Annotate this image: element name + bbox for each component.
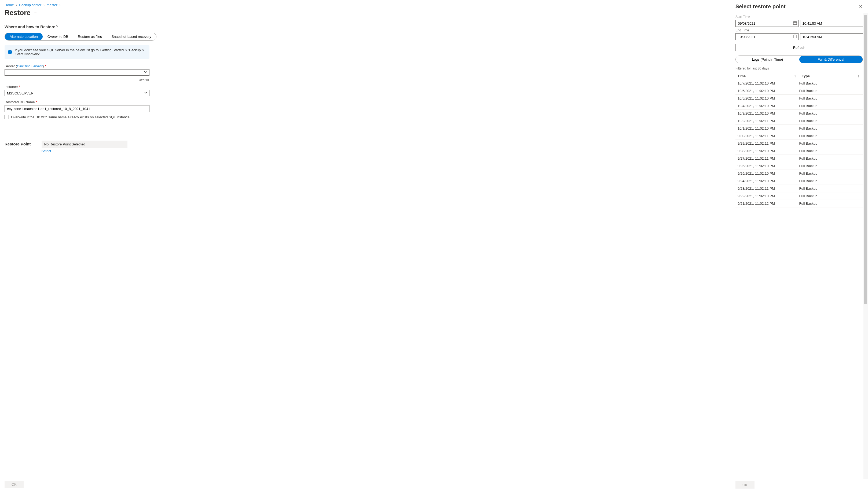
table-row[interactable]: 10/6/2021, 11:02:10 PMFull Backup — [735, 87, 863, 95]
start-date-input[interactable] — [735, 20, 799, 27]
row-time: 9/26/2021, 11:02:10 PM — [737, 164, 799, 168]
table-row[interactable]: 10/5/2021, 11:02:10 PMFull Backup — [735, 95, 863, 102]
filter-text: Filtered for last 30 days — [735, 66, 863, 70]
scrollbar-thumb[interactable] — [864, 15, 867, 304]
side-title: Select restore point — [735, 3, 786, 10]
scrollbar[interactable] — [863, 13, 868, 479]
end-time-input[interactable] — [800, 33, 863, 40]
breadcrumb: Home › Backup center › master › — [5, 3, 727, 7]
ok-button[interactable]: OK — [5, 481, 24, 488]
row-time: 10/7/2021, 11:02:10 PM — [737, 81, 799, 85]
end-time-label: End Time — [735, 28, 863, 32]
restore-mode-pills: Alternate Location Overwrite DB Restore … — [5, 33, 156, 40]
breadcrumb-master[interactable]: master — [47, 3, 57, 7]
pill-overwrite-db[interactable]: Overwrite DB — [43, 33, 73, 40]
more-menu-icon[interactable]: ··· — [34, 10, 37, 15]
pill-restore-as-files[interactable]: Restore as files — [73, 33, 107, 40]
chevron-right-icon: › — [16, 3, 17, 7]
row-time: 10/6/2021, 11:02:10 PM — [737, 89, 799, 93]
row-type: Full Backup — [799, 194, 861, 198]
row-time: 9/22/2021, 11:02:10 PM — [737, 194, 799, 198]
refresh-button[interactable]: Refresh — [735, 44, 863, 51]
table-row[interactable]: 10/4/2021, 11:02:10 PMFull Backup — [735, 102, 863, 110]
restore-point-label: Restore Point — [5, 141, 31, 146]
table-row[interactable]: 10/1/2021, 11:02:10 PMFull Backup — [735, 125, 863, 132]
page-title: Restore — [5, 8, 31, 17]
row-type: Full Backup — [799, 89, 861, 93]
row-type: Full Backup — [799, 156, 861, 161]
table-row[interactable]: 10/7/2021, 11:02:10 PMFull Backup — [735, 80, 863, 87]
row-type: Full Backup — [799, 111, 861, 115]
pill-snapshot-recovery[interactable]: Snapshot-based recovery — [107, 33, 156, 40]
row-type: Full Backup — [799, 149, 861, 153]
table-row[interactable]: 9/24/2021, 11:02:10 PMFull Backup — [735, 177, 863, 185]
row-time: 9/30/2021, 11:02:11 PM — [737, 134, 799, 138]
row-type: Full Backup — [799, 81, 861, 85]
sort-icon: ↑↓ — [858, 74, 861, 78]
close-icon[interactable]: ✕ — [858, 3, 863, 10]
breadcrumb-backup-center[interactable]: Backup center — [19, 3, 41, 7]
row-time: 9/21/2021, 11:02:12 PM — [737, 202, 799, 205]
restored-db-input[interactable] — [5, 105, 149, 112]
row-type: Full Backup — [799, 126, 861, 131]
table-row[interactable]: 9/30/2021, 11:02:11 PMFull Backup — [735, 132, 863, 140]
row-time: 9/23/2021, 11:02:11 PM — [737, 186, 799, 191]
instance-select[interactable] — [5, 90, 149, 96]
table-row[interactable]: 9/22/2021, 11:02:10 PMFull Backup — [735, 192, 863, 200]
row-time: 10/5/2021, 11:02:10 PM — [737, 96, 799, 100]
col-time-header[interactable]: Time ↑↓ — [737, 74, 802, 78]
breadcrumb-home[interactable]: Home — [5, 3, 14, 7]
row-time: 9/25/2021, 11:02:10 PM — [737, 171, 799, 175]
table-row[interactable]: 9/27/2021, 11:02:11 PMFull Backup — [735, 155, 863, 162]
row-time: 9/29/2021, 11:02:11 PM — [737, 141, 799, 145]
row-type: Full Backup — [799, 119, 861, 123]
side-ok-button[interactable]: OK — [735, 481, 754, 489]
table-row[interactable]: 9/21/2021, 11:02:12 PMFull Backup — [735, 200, 863, 207]
row-type: Full Backup — [799, 104, 861, 108]
table-row[interactable]: 10/2/2021, 11:02:11 PMFull Backup — [735, 117, 863, 125]
row-type: Full Backup — [799, 202, 861, 205]
row-time: 10/2/2021, 11:02:11 PM — [737, 119, 799, 123]
instance-label: Instance * — [5, 85, 149, 89]
restore-point-table: Time ↑↓ Type ↑↓ 10/7/2021, 11:02:10 PMFu… — [735, 73, 863, 479]
row-time: 9/27/2021, 11:02:11 PM — [737, 156, 799, 161]
server-label: Server (Can't find Server?) * — [5, 64, 149, 68]
table-row[interactable]: 9/23/2021, 11:02:11 PMFull Backup — [735, 185, 863, 192]
info-bar: i If you don't see your SQL Server in th… — [5, 45, 149, 59]
start-time-input[interactable] — [800, 20, 863, 27]
row-type: Full Backup — [799, 96, 861, 100]
row-type: Full Backup — [799, 141, 861, 145]
cant-find-server-link[interactable]: Can't find Server? — [17, 64, 43, 68]
pill-logs-point-in-time[interactable]: Logs (Point in Time) — [736, 56, 799, 63]
pill-full-differential[interactable]: Full & Differential — [799, 56, 863, 63]
table-row[interactable]: 9/28/2021, 11:02:10 PMFull Backup — [735, 147, 863, 155]
row-type: Full Backup — [799, 164, 861, 168]
info-text: If you don't see your SQL Server in the … — [15, 48, 146, 56]
chevron-right-icon: › — [44, 3, 45, 7]
table-row[interactable]: 9/25/2021, 11:02:10 PMFull Backup — [735, 170, 863, 177]
row-type: Full Backup — [799, 171, 861, 175]
restore-point-select-link[interactable]: Select — [41, 149, 51, 153]
sort-icon: ↑↓ — [793, 74, 797, 78]
section-where-title: Where and how to Restore? — [5, 24, 727, 29]
server-select[interactable] — [5, 69, 149, 76]
restore-point-type-pills: Logs (Point in Time) Full & Differential — [735, 56, 863, 63]
row-time: 10/4/2021, 11:02:10 PM — [737, 104, 799, 108]
info-icon: i — [8, 50, 12, 54]
row-time: 9/28/2021, 11:02:10 PM — [737, 149, 799, 153]
main-panel: Home › Backup center › master › Restore … — [0, 0, 731, 491]
start-time-label: Start Time — [735, 15, 863, 19]
side-panel: Select restore point ✕ Start Time End Ti… — [731, 0, 868, 491]
overwrite-checkbox-label: Overwrite if the DB with same name alrea… — [11, 115, 129, 119]
col-type-header[interactable]: Type ↑↓ — [802, 74, 861, 78]
end-date-input[interactable] — [735, 33, 799, 40]
row-time: 9/24/2021, 11:02:10 PM — [737, 179, 799, 183]
overwrite-checkbox[interactable] — [5, 115, 9, 119]
table-row[interactable]: 10/3/2021, 11:02:10 PMFull Backup — [735, 110, 863, 117]
chevron-right-icon: › — [59, 3, 60, 7]
restored-db-label: Restored DB Name * — [5, 100, 149, 104]
row-type: Full Backup — [799, 186, 861, 191]
table-row[interactable]: 9/29/2021, 11:02:11 PMFull Backup — [735, 140, 863, 147]
pill-alternate-location[interactable]: Alternate Location — [5, 33, 43, 40]
table-row[interactable]: 9/26/2021, 11:02:10 PMFull Backup — [735, 162, 863, 170]
